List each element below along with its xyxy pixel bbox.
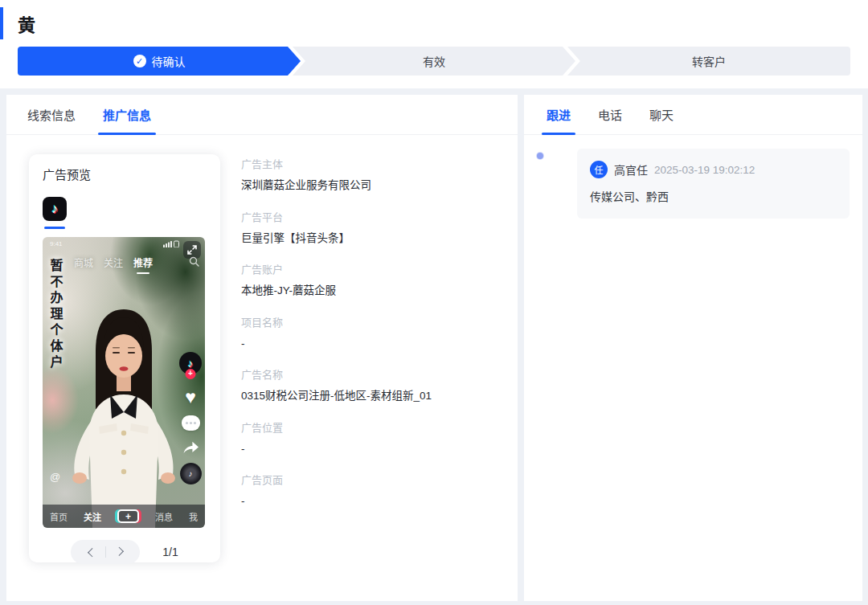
tab-label: 聊天 [649,106,674,123]
ad-preview-card: 广告预览 ♪ [29,154,220,562]
header: 黄 ✓ 待确认 有效 转客户 [0,0,868,88]
entry-author: 高官任 [614,161,648,178]
nav-shop: 商城 [74,255,93,269]
check-circle-icon: ✓ [133,55,146,67]
field-ad-subject: 广告主体 深圳蘑菇企业服务有限公司 [241,156,432,193]
tab-label: 线索信息 [27,106,76,123]
stage-steps: ✓ 待确认 有效 转客户 [18,47,850,76]
at-symbol: @ [50,471,60,483]
music-note-icon: ♪ [189,469,193,478]
chevron-left-icon [88,548,96,557]
ad-preview-title: 广告预览 [43,166,207,182]
field-label: 广告账户 [241,261,432,276]
bottom-nav-home: 首页 [50,510,68,523]
tab-promotion-info[interactable]: 推广信息 [98,95,156,134]
step-label: 转客户 [692,53,726,69]
ad-video-preview[interactable]: 9:41 [43,237,205,528]
bottom-nav-me: 我 [189,510,198,523]
tiktok-avatar-icon: ♪ + [179,352,202,374]
field-label: 广告位置 [241,419,432,435]
prev-page-button[interactable] [78,540,105,564]
entry-content: 传媒公司、黔西 [590,188,837,204]
like-heart-icon: ♥ [185,388,196,407]
create-plus-icon: + [117,509,139,523]
video-status-bar: 9:41 [50,240,179,247]
bottom-nav-follow: 关注 [84,510,101,523]
step-label: 有效 [423,53,445,69]
video-action-rail: ♪ + ♥ ♪ [179,352,202,484]
next-page-button[interactable] [106,540,133,564]
tab-lead-info[interactable]: 线索信息 [23,95,80,134]
follow-up-timeline: 任 高官任 2025-03-19 19:02:12 传媒公司、黔西 [524,135,862,219]
status-time: 9:41 [50,240,63,247]
platform-active-underline [44,227,65,229]
nav-recommend: 推荐 [133,255,153,269]
entry-header: 任 高官任 2025-03-19 19:02:12 [590,161,837,178]
tiktok-note-icon: ♪ [51,202,58,216]
left-tabs: 线索信息 推广信息 [6,95,518,135]
field-label: 广告平台 [241,209,432,224]
follow-up-entry: 任 高官任 2025-03-19 19:02:12 传媒公司、黔西 [577,149,850,219]
timeline-dot-icon [537,153,543,159]
field-value: - [241,494,432,509]
field-value: 本地推-JY-蘑菇企服 [241,284,432,298]
tab-label: 跟进 [547,106,571,123]
follow-plus-badge: + [186,369,196,379]
nav-follow: 关注 [104,255,123,269]
lead-detail-panel: 线索信息 推广信息 广告预览 ♪ [6,95,518,601]
avatar: 任 [590,161,608,178]
field-ad-page: 广告页面 - [241,472,432,509]
tiktok-platform-icon[interactable]: ♪ [43,197,67,221]
title-accent-bar [0,7,3,39]
promotion-info-body: 广告预览 ♪ [6,135,518,562]
step-label: 待确认 [152,53,186,69]
field-label: 广告名称 [241,366,432,382]
step-pending-confirm[interactable]: ✓ 待确认 [18,47,301,76]
comment-icon [182,415,200,431]
field-label: 项目名称 [241,314,432,329]
entry-timestamp: 2025-03-19 19:02:12 [654,164,755,176]
tab-phone[interactable]: 电话 [593,95,627,134]
field-value: 0315财税公司注册-低地区-素材组新_01 [241,389,432,403]
tab-label: 电话 [598,106,622,123]
tab-follow-up[interactable]: 跟进 [542,95,575,134]
music-disc-icon: ♪ [180,463,202,484]
tab-label: 推广信息 [103,106,151,123]
field-value: 深圳蘑菇企业服务有限公司 [241,178,432,193]
tab-chat[interactable]: 聊天 [645,95,678,134]
pager-controls [71,540,140,564]
chevron-right-icon [114,547,123,556]
field-label: 广告页面 [241,472,432,487]
page-indicator: 1/1 [162,546,178,558]
ad-fields: 广告主体 深圳蘑菇企业服务有限公司 广告平台 巨量引擎【抖音头条】 广告账户 本… [241,154,432,562]
field-label: 广告主体 [241,156,432,171]
activity-panel: 跟进 电话 聊天 任 高官任 2025-03-19 19:02:12 传媒公司、… [524,95,862,601]
video-top-nav: 商城 关注 推荐 [43,255,184,269]
preview-pager: 1/1 [43,540,207,564]
search-icon [189,256,199,267]
field-ad-position: 广告位置 - [241,419,432,456]
tiktok-note-icon: ♪ [188,358,194,370]
page-title: 黄 [18,10,35,36]
field-ad-platform: 广告平台 巨量引擎【抖音头条】 [241,209,432,246]
field-value: - [241,337,432,351]
field-ad-account: 广告账户 本地推-JY-蘑菇企服 [241,261,432,298]
field-ad-name: 广告名称 0315财税公司注册-低地区-素材组新_01 [241,366,432,403]
bottom-nav-messages: 消息 [155,510,173,523]
step-convert-customer[interactable]: 转客户 [567,47,850,76]
video-vertical-caption: 暂不办理个体户 [48,259,63,371]
field-value: 巨量引擎【抖音头条】 [241,231,432,246]
field-value: - [241,442,432,456]
signal-bars-icon [163,240,179,247]
step-valid[interactable]: 有效 [293,47,575,76]
share-arrow-icon [182,439,199,454]
right-tabs: 跟进 电话 聊天 [524,95,862,135]
video-bottom-nav: 首页 关注 + 消息 我 [43,505,205,528]
field-project-name: 项目名称 - [241,314,432,351]
